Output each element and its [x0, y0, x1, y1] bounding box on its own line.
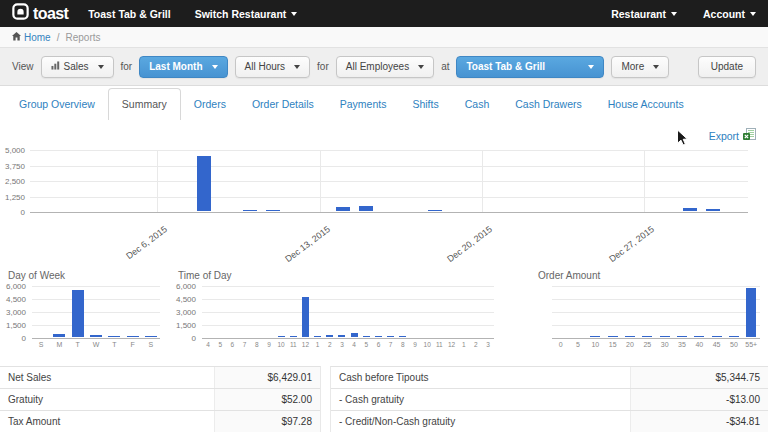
x-tick-label: 12 — [299, 341, 311, 348]
x-tick-label: 3 — [482, 341, 494, 348]
bar — [314, 336, 321, 337]
gridline — [30, 197, 748, 198]
bar — [363, 336, 370, 337]
tab-group-overview[interactable]: Group Overview — [6, 89, 108, 120]
gridline — [30, 166, 748, 167]
x-tick-label: 20 — [621, 341, 638, 348]
x-tick-label: 11 — [433, 341, 445, 348]
tab-cash[interactable]: Cash — [452, 89, 503, 120]
navbar-right: Restaurant Account — [611, 8, 756, 20]
hours-dropdown[interactable]: All Hours — [235, 56, 311, 78]
restaurant-menu[interactable]: Restaurant — [611, 8, 677, 20]
gridline — [202, 325, 494, 326]
at-label: at — [441, 61, 449, 72]
chevron-down-icon — [671, 12, 677, 16]
y-tick-label: 0 — [192, 334, 196, 343]
gridline — [157, 150, 158, 212]
x-tick-label: 6 — [226, 341, 238, 348]
chevron-down-icon — [98, 65, 104, 69]
tab-payments[interactable]: Payments — [327, 89, 400, 120]
x-tick-label: 0 — [552, 341, 569, 348]
chevron-down-icon — [212, 65, 218, 69]
time-of-day-chart-title: Time of Day — [178, 270, 232, 281]
bar — [428, 210, 442, 211]
tab-orders[interactable]: Orders — [181, 89, 239, 120]
more-dropdown[interactable]: More — [611, 56, 669, 78]
table-row: Net Sales$6,429.01 — [0, 367, 320, 389]
order-amount-x-axis: 0510152025303540455055+ — [552, 341, 760, 348]
x-tick-label: S — [142, 341, 160, 348]
bar — [590, 336, 600, 337]
bar — [53, 334, 65, 337]
tab-house-accounts[interactable]: House Accounts — [595, 89, 697, 120]
gridline — [202, 338, 494, 339]
gridline — [552, 286, 760, 287]
x-tick-label: 10 — [587, 341, 604, 348]
table-row: Gratuity$52.00 — [0, 389, 320, 411]
employees-dropdown[interactable]: All Employees — [336, 56, 434, 78]
table-row-label: - Cash gratuity — [331, 389, 630, 410]
bar — [197, 156, 211, 211]
day-of-week-chart-title: Day of Week — [8, 270, 65, 281]
toast-logo[interactable]: toast — [12, 3, 68, 24]
period-dropdown[interactable]: Last Month — [139, 56, 227, 78]
breadcrumb-home-link[interactable]: Home — [12, 32, 51, 43]
time-of-day-chart — [202, 286, 494, 338]
bar — [326, 335, 333, 337]
restaurant-select[interactable]: Toast Tab & Grill — [456, 56, 604, 78]
view-label: View — [12, 61, 34, 72]
bar — [712, 336, 722, 337]
gridline — [30, 181, 748, 182]
bar — [145, 336, 157, 337]
switch-restaurant-menu[interactable]: Switch Restaurant — [195, 8, 298, 20]
gridline — [552, 325, 760, 326]
chevron-down-icon — [418, 65, 424, 69]
x-tick-label: 9 — [409, 341, 421, 348]
x-tick-label: 30 — [656, 341, 673, 348]
bar — [359, 206, 373, 211]
table-row-label: Net Sales — [0, 367, 214, 388]
gridline — [30, 150, 748, 151]
report-filter-bar: View Sales for Last Month All Hours for … — [0, 47, 768, 86]
x-tick-label: 35 — [673, 341, 690, 348]
tab-summary[interactable]: Summary — [108, 88, 181, 120]
day-of-week-x-axis: SMTWTFS — [32, 341, 160, 348]
table-row-label: Gratuity — [0, 389, 214, 410]
bar — [108, 336, 120, 337]
x-tick-label: Dec 27, 2015 — [592, 224, 656, 275]
toast-logo-text: toast — [33, 6, 68, 22]
table-row-value: -$34.81 — [630, 411, 768, 432]
y-tick-label: 0 — [22, 334, 26, 343]
tab-cash-drawers[interactable]: Cash Drawers — [502, 89, 595, 120]
sales-dropdown[interactable]: Sales — [41, 56, 114, 78]
chevron-down-icon — [588, 65, 594, 69]
x-tick-label: Dec 13, 2015 — [268, 224, 332, 275]
y-tick-label: 3,750 — [5, 161, 25, 170]
x-tick-label: 8 — [251, 341, 263, 348]
x-tick-label: 10 — [275, 341, 287, 348]
export-link[interactable]: Export — [709, 128, 756, 143]
chevron-down-icon — [750, 12, 756, 16]
bar — [290, 336, 297, 337]
x-tick-label: 10 — [421, 341, 433, 348]
bar — [90, 335, 102, 337]
y-tick-label: 4,500 — [176, 295, 196, 304]
x-tick-label: 1 — [312, 341, 324, 348]
home-icon — [12, 32, 21, 43]
account-menu[interactable]: Account — [703, 8, 756, 20]
x-tick-label: 7 — [385, 341, 397, 348]
y-tick-label: 0 — [21, 208, 25, 217]
table-row: - Credit/Non-Cash gratuity-$34.81 — [331, 411, 768, 432]
chevron-down-icon — [294, 65, 300, 69]
breadcrumb-separator: / — [57, 32, 60, 43]
tab-order-details[interactable]: Order Details — [239, 89, 327, 120]
order-amount-chart-title: Order Amount — [538, 270, 600, 281]
update-button[interactable]: Update — [698, 56, 756, 78]
table-row-value: $52.00 — [214, 389, 320, 410]
day-of-week-y-axis: 6,0004,5003,0001,5000 — [4, 286, 28, 338]
tab-shifts[interactable]: Shifts — [399, 89, 451, 120]
y-tick-label: 3,000 — [176, 308, 196, 317]
y-tick-label: 4,500 — [6, 295, 26, 304]
x-tick-label: 5 — [214, 341, 226, 348]
main-sales-chart — [30, 150, 748, 212]
